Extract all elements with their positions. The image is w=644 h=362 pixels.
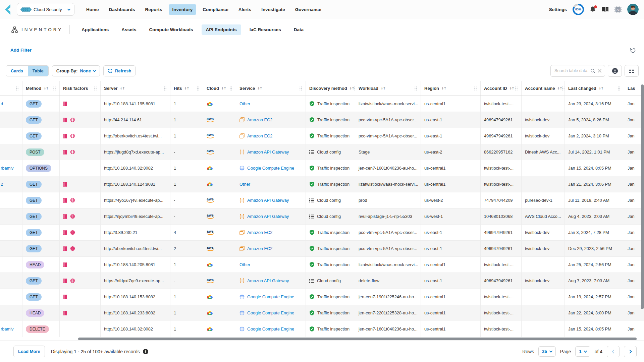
column-header-discovery-method[interactable]: Discovery method↓↑ xyxy=(306,81,355,96)
service-link[interactable]: Amazon EC2 xyxy=(247,230,272,235)
tab-compute-workloads[interactable]: Compute Workloads xyxy=(145,24,198,35)
drag-handle-icon[interactable] xyxy=(562,86,565,91)
drag-handle-icon[interactable] xyxy=(94,86,97,91)
column-header-service[interactable]: Service↓↑ xyxy=(236,81,306,96)
endpoint-name-link[interactable]: d xyxy=(1,101,3,106)
clear-search-icon[interactable] xyxy=(597,69,602,73)
drag-handle-icon[interactable] xyxy=(164,86,167,91)
column-header-cloud[interactable]: Cloud↓↑ xyxy=(203,81,236,96)
service-link[interactable]: Amazon API Gateway xyxy=(247,214,289,219)
reset-filters-icon[interactable] xyxy=(630,47,636,53)
drag-handle-icon[interactable] xyxy=(474,86,477,91)
table-row[interactable]: dGEThttp://10.188.141.195:80811OtherTraf… xyxy=(0,96,644,112)
nav-item-dashboards[interactable]: Dashboards xyxy=(105,4,139,15)
nav-item-inventory[interactable]: Inventory xyxy=(169,4,197,15)
table-row[interactable]: GEThttps://4yo167j4vi.execute-ap...-awsA… xyxy=(0,192,644,208)
sort-arrows-icon[interactable]: ↓↑ xyxy=(349,86,354,90)
nav-item-investigate[interactable]: Investigate xyxy=(258,4,289,15)
table-row[interactable]: 2GEThttp://10.188.140.124:80811OtherTraf… xyxy=(0,176,644,192)
previous-page-button[interactable] xyxy=(607,346,620,357)
drag-handle-icon[interactable] xyxy=(16,86,19,91)
column-header-account-id[interactable]: Account ID↓↑ xyxy=(481,81,522,96)
drag-handle-icon[interactable] xyxy=(515,86,518,91)
table-view-button[interactable]: Table xyxy=(28,66,48,76)
sort-arrows-icon[interactable]: ↓↑ xyxy=(509,86,514,90)
table-row[interactable]: HEADhttp://10.188.140.233:80821Google Co… xyxy=(0,305,644,321)
table-row[interactable]: GEThttps://njqvmbii49.execute-ap...-awsA… xyxy=(0,208,644,225)
table-row[interactable]: rbamlvDELETEhttp://10.188.140.32:80821Go… xyxy=(0,321,644,337)
drag-handle-icon[interactable] xyxy=(53,86,56,91)
drag-handle-icon[interactable] xyxy=(299,86,302,91)
endpoint-name-link[interactable]: 2 xyxy=(1,182,3,187)
nav-item-compliance[interactable]: Compliance xyxy=(199,4,232,15)
endpoint-name-link[interactable]: rbamlv xyxy=(1,166,13,171)
nav-item-home[interactable]: Home xyxy=(83,4,103,15)
service-link[interactable]: Google Compute Engine xyxy=(247,326,294,331)
credits-progress-ring[interactable]: 83% xyxy=(573,4,584,15)
cards-view-button[interactable]: Cards xyxy=(6,66,28,76)
table-row[interactable]: HEADhttp://10.188.140.205:80811OtherTraf… xyxy=(0,257,644,273)
tab-applications[interactable]: Applications xyxy=(77,24,113,35)
column-header-method[interactable]: Method↓↑ xyxy=(22,81,60,96)
table-row[interactable]: GEThttps://nfdpxt7qc9.execute-ap...-awsA… xyxy=(0,273,644,289)
service-link[interactable]: Amazon API Gateway xyxy=(247,149,289,155)
service-link[interactable]: Amazon EC2 xyxy=(247,117,272,122)
sort-arrows-icon[interactable]: ↓↑ xyxy=(184,86,189,90)
prisma-cloud-logo-icon[interactable] xyxy=(4,4,13,15)
service-link[interactable]: Amazon API Gateway xyxy=(247,278,289,283)
sort-arrows-icon[interactable]: ↓↑ xyxy=(221,86,226,90)
ai-copilot-icon[interactable]: AI xyxy=(614,6,622,13)
sort-arrows-icon[interactable]: ↓↑ xyxy=(557,86,562,90)
sort-arrows-icon[interactable]: ↓↑ xyxy=(598,86,603,90)
notifications-bell-icon[interactable] xyxy=(590,6,596,13)
nav-item-reports[interactable]: Reports xyxy=(142,4,166,15)
refresh-button[interactable]: Refresh xyxy=(103,65,136,76)
drag-handle-icon[interactable] xyxy=(414,86,417,91)
page-select[interactable]: 1 xyxy=(575,346,590,357)
search-icon[interactable] xyxy=(590,68,595,73)
load-more-button[interactable]: Load More xyxy=(13,346,45,357)
service-link[interactable]: Google Compute Engine xyxy=(247,166,294,171)
download-button[interactable] xyxy=(608,65,622,77)
endpoint-name-link[interactable]: rbamlv xyxy=(1,326,13,331)
service-link[interactable]: Amazon EC2 xyxy=(247,133,272,138)
column-header-server[interactable]: Server↓↑ xyxy=(101,81,170,96)
drag-handle-icon[interactable] xyxy=(197,86,200,91)
table-row[interactable]: rbamlvOPTIONShttp://10.188.140.32:80821G… xyxy=(0,160,644,176)
drag-handle-icon[interactable] xyxy=(618,86,621,91)
service-link[interactable]: Amazon API Gateway xyxy=(247,198,289,203)
table-row[interactable]: GEThttp://44.214.114.611awsAmazon EC2Tra… xyxy=(0,112,644,128)
column-header-hits[interactable]: Hits↓↑ xyxy=(170,81,203,96)
horizontal-scrollbar-thumb[interactable] xyxy=(78,338,637,340)
column-header-account-name[interactable]: Account name↓↑ xyxy=(522,81,565,96)
service-link[interactable]: Amazon EC2 xyxy=(247,246,272,251)
search-input[interactable] xyxy=(554,68,588,73)
sort-arrows-icon[interactable]: ↓↑ xyxy=(43,86,48,90)
product-selector[interactable]: Cloud Security xyxy=(17,3,74,16)
table-row[interactable]: POSThttps://jfugd8q7xd.execute-ap...-aws… xyxy=(0,144,644,160)
column-settings-button[interactable] xyxy=(625,65,639,77)
tab-iac-resources[interactable]: IaC Resources xyxy=(245,24,285,35)
nav-item-governance[interactable]: Governance xyxy=(291,4,325,15)
table-row[interactable]: GEThttp://oberkovitch.os4test.twi...1aws… xyxy=(0,128,644,144)
column-header-region[interactable]: Region↓↑ xyxy=(421,81,481,96)
service-link[interactable]: Google Compute Engine xyxy=(247,310,294,315)
tab-data[interactable]: Data xyxy=(289,24,308,35)
tab-assets[interactable]: Assets xyxy=(117,24,141,35)
info-icon[interactable]: i xyxy=(143,349,148,354)
next-page-button[interactable] xyxy=(624,346,637,357)
sort-arrows-icon[interactable]: ↓↑ xyxy=(257,86,262,90)
column-header-last-changed[interactable]: Last changed↓↑ xyxy=(565,81,624,96)
documentation-book-icon[interactable] xyxy=(602,6,609,12)
service-link[interactable]: Other xyxy=(239,182,250,187)
sort-arrows-icon[interactable]: ↓↑ xyxy=(380,86,385,90)
service-link[interactable]: Other xyxy=(239,101,250,106)
tab-api-endpoints[interactable]: API Endpoints xyxy=(202,24,241,35)
rows-per-page-select[interactable]: 25 xyxy=(538,346,555,357)
add-filter-link[interactable]: Add Filter xyxy=(10,48,32,53)
settings-link[interactable]: Settings xyxy=(549,7,567,12)
sort-arrows-icon[interactable]: ↓↑ xyxy=(441,86,446,90)
column-header-workload[interactable]: Workload↓↑ xyxy=(355,81,421,96)
table-row[interactable]: GEThttp://3.89.230.214awsAmazon EC2Traff… xyxy=(0,225,644,241)
table-row[interactable]: GEThttp://oberkovitch.os4test.twi...2aws… xyxy=(0,241,644,257)
